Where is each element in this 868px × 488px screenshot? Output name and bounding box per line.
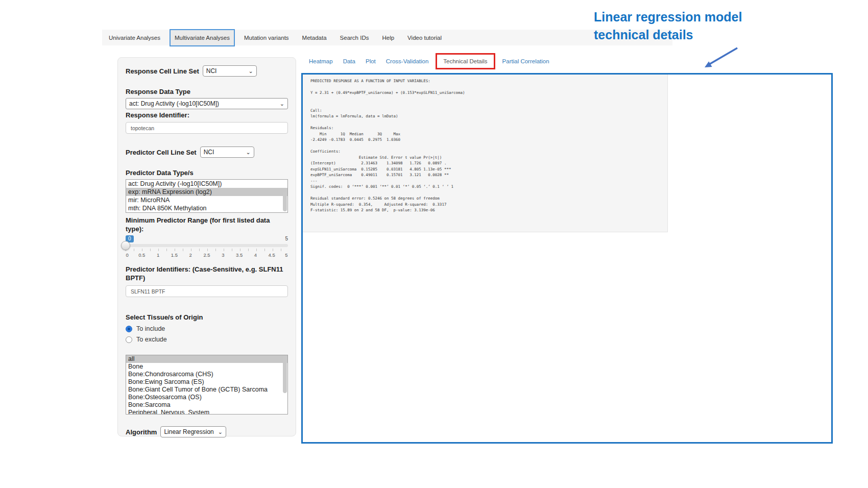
slider-tickmarks — [126, 249, 288, 251]
response-cell-line-set-label: Response Cell Line Set — [126, 67, 199, 76]
chevron-down-icon: ⌄ — [280, 101, 284, 106]
tissue-option-all[interactable]: all — [126, 355, 287, 363]
predictor-data-type-listbox: act: Drug Activity (-log10[IC50M]) exp: … — [126, 179, 288, 213]
response-data-type-select[interactable]: act: Drug Activity (-log10[IC50M]) ⌄ — [126, 98, 288, 109]
option-mir-microrna[interactable]: mir: MicroRNA — [126, 196, 287, 204]
predictor-identifiers-input[interactable] — [126, 285, 288, 297]
tick-label: 3.5 — [236, 252, 243, 258]
tissue-option-bone-sarcoma[interactable]: Bone:Sarcoma — [126, 401, 287, 409]
annotation-title: Linear regression model technical detail… — [594, 8, 808, 44]
algorithm-value: Linear Regression — [164, 428, 213, 435]
slider-tick-labels: 0 0.5 1 1.5 2 2.5 3 3.5 4 4.5 5 — [126, 252, 288, 259]
algorithm-select[interactable]: Linear Regression ⌄ — [160, 426, 226, 437]
response-identifier-label: Response Identifier: — [126, 111, 288, 119]
tick-label: 0 — [126, 252, 129, 258]
tissue-exclude-label: To exclude — [136, 336, 167, 343]
algorithm-label: Algorithm — [126, 428, 157, 436]
tick-label: 2 — [189, 252, 192, 258]
tissue-listbox: all Bone Bone:Chondrosarcoma (CHS) Bone:… — [126, 355, 288, 414]
tick-label: 1.5 — [171, 252, 178, 258]
option-act-drug-activity[interactable]: act: Drug Activity (-log10[IC50M]) — [126, 180, 287, 188]
tick-label: 5 — [285, 252, 287, 258]
tissue-option-gctb-sarcoma[interactable]: Bone:Giant Cell Tumor of Bone (GCTB) Sar… — [126, 386, 287, 394]
lm-output-text: PREDICTED RESPONSE AS A FUNCTION OF INPU… — [303, 75, 668, 232]
result-tab-technical-details[interactable]: Technical Details — [443, 58, 487, 64]
response-data-type-value: act: Drug Activity (-log10[IC50M]) — [129, 100, 219, 107]
technical-details-panel: PREDICTED RESPONSE AS A FUNCTION OF INPU… — [301, 73, 833, 444]
tissue-include-label: To include — [136, 325, 165, 332]
response-cell-line-set-select[interactable]: NCI ⌄ — [203, 65, 257, 77]
tick-label: 0.5 — [138, 252, 145, 258]
tissue-option-peripheral-nervous-system[interactable]: Peripheral_Nervous_System — [126, 409, 287, 414]
response-cell-line-set-value: NCI — [206, 67, 217, 75]
slider-max-label: 5 — [285, 236, 288, 241]
tick-label: 4.5 — [269, 252, 275, 258]
slider-track[interactable] — [126, 244, 288, 247]
tissue-origin-label: Select Tissue/s of Origin — [126, 313, 288, 322]
min-predictor-range-label: Minimum Predictor Range (for first liste… — [126, 216, 288, 233]
predictor-identifiers-label: Predictor Identifiers: (Case-Sensitive, … — [126, 265, 288, 282]
tick-label: 2.5 — [203, 252, 210, 258]
tissue-option-osteosarcoma[interactable]: Bone:Osteosarcoma (OS) — [126, 394, 287, 401]
tissue-option-bone[interactable]: Bone — [126, 363, 287, 371]
result-tab-heatmap[interactable]: Heatmap — [304, 58, 338, 64]
min-predictor-range-slider: 0 5 0 0.5 1 1.5 2 2.5 3 3.5 4 4.5 5 — [126, 235, 288, 259]
nav-tab-multivariate-analyses[interactable]: Multivariate Analyses — [170, 29, 235, 46]
technical-details-red-highlight: Technical Details — [436, 53, 495, 69]
predictor-cell-line-set-value: NCI — [204, 149, 214, 156]
tissue-option-chondrosarcoma[interactable]: Bone:Chondrosarcoma (CHS) — [126, 371, 287, 378]
nav-tab-mutation-variants[interactable]: Mutation variants — [237, 30, 296, 45]
tick-label: 4 — [254, 252, 257, 258]
result-tab-partial-correlation[interactable]: Partial Correlation — [497, 58, 554, 64]
result-tab-plot[interactable]: Plot — [360, 58, 381, 64]
nav-tab-univariate-analyses[interactable]: Univariate Analyses — [102, 30, 167, 45]
tissue-option-ewing-sarcoma[interactable]: Bone:Ewing Sarcoma (ES) — [126, 378, 287, 386]
top-nav: Univariate Analyses Multivariate Analyse… — [102, 30, 672, 45]
listbox-scrollbar-thumb[interactable] — [283, 356, 287, 393]
result-tab-cross-validation[interactable]: Cross-Validation — [381, 58, 434, 64]
predictor-cell-line-set-label: Predictor Cell Line Set — [126, 148, 197, 157]
nav-tab-video-tutorial[interactable]: Video tutorial — [401, 30, 448, 45]
result-tab-data[interactable]: Data — [338, 58, 360, 64]
predictor-data-types-label: Predictor Data Type/s — [126, 168, 288, 177]
response-data-type-label: Response Data Type — [126, 87, 288, 96]
nav-tab-metadata[interactable]: Metadata — [296, 30, 333, 45]
tissue-include-radio[interactable] — [126, 326, 132, 332]
tissue-exclude-radio[interactable] — [126, 336, 132, 343]
annotation-line2: technical details — [594, 26, 808, 44]
nav-tab-search-ids[interactable]: Search IDs — [333, 30, 376, 45]
tick-label: 1 — [157, 252, 159, 258]
annotation-arrow-icon — [701, 45, 741, 71]
chevron-down-icon: ⌄ — [246, 150, 250, 155]
slider-handle[interactable] — [121, 241, 130, 250]
nav-tab-help[interactable]: Help — [375, 30, 401, 45]
chevron-down-icon: ⌄ — [249, 68, 253, 74]
listbox-scrollbar-thumb[interactable] — [283, 192, 287, 211]
annotation-line1: Linear regression model — [594, 8, 808, 26]
option-exp-mrna-expression[interactable]: exp: mRNA Expression (log2) — [126, 188, 287, 196]
chevron-down-icon: ⌄ — [218, 429, 223, 434]
option-mth-dna-methylation[interactable]: mth: DNA 850K Methylation — [126, 204, 287, 212]
predictor-cell-line-set-select[interactable]: NCI ⌄ — [200, 147, 254, 158]
response-identifier-input[interactable] — [126, 122, 288, 134]
sidebar-panel: Response Cell Line Set NCI ⌄ Response Da… — [117, 57, 296, 436]
result-tabs: Heatmap Data Plot Cross-Validation Techn… — [304, 53, 554, 70]
tick-label: 3 — [222, 252, 224, 258]
